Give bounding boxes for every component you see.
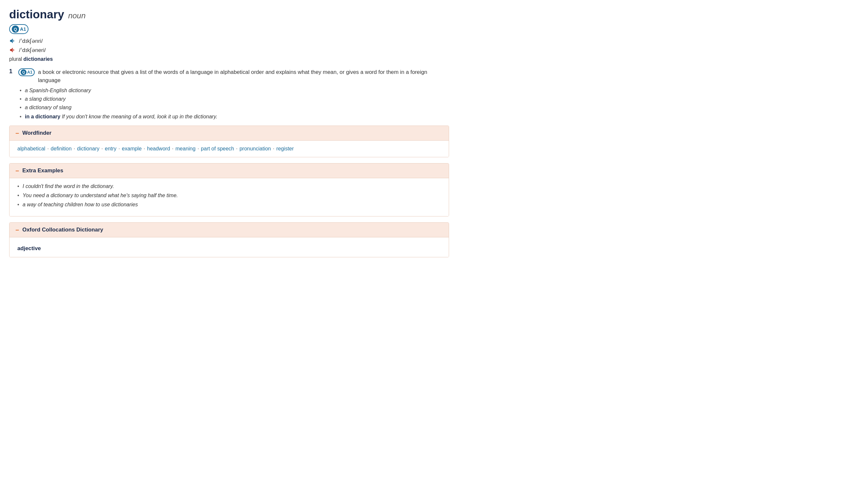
collocations-body: adjective <box>10 237 449 257</box>
pronunciation-uk-text: /ˈdɪkʃənri/ <box>19 38 43 44</box>
headword: dictionary <box>9 8 64 21</box>
word-title-block: dictionary noun <box>9 8 449 21</box>
extra-examples-collapse-icon: − <box>15 168 19 174</box>
extra-examples-title: Extra Examples <box>22 167 63 174</box>
collocations-header[interactable]: − Oxford Collocations Dictionary <box>10 223 449 237</box>
definition-item-1: 1 Q A1 a book or electronic resource tha… <box>9 68 449 84</box>
def-number-1: 1 <box>9 68 15 75</box>
phrase-sentence: If you don't know the meaning of a word,… <box>62 114 217 119</box>
plural-word: dictionaries <box>24 56 53 62</box>
example-item-3: a dictionary of slang <box>19 105 449 111</box>
wordfinder-link-2[interactable]: dictionary <box>77 146 99 152</box>
extra-example-1: I couldn't find the word in the dictiona… <box>17 183 441 189</box>
definitions-section: 1 Q A1 a book or electronic resource tha… <box>9 68 449 120</box>
wordfinder-section: − Wordfinder alphabetical · definition ·… <box>9 126 449 157</box>
phrase-example-1: in a dictionary If you don't know the me… <box>19 114 449 120</box>
collocations-section: − Oxford Collocations Dictionary adjecti… <box>9 222 449 257</box>
extra-examples-header[interactable]: − Extra Examples <box>10 164 449 178</box>
wordfinder-link-0[interactable]: alphabetical <box>17 146 45 152</box>
wordfinder-link-4[interactable]: example <box>122 146 141 152</box>
wordfinder-header[interactable]: − Wordfinder <box>10 126 449 140</box>
wordfinder-link-5[interactable]: headword <box>147 146 170 152</box>
examples-list: a Spanish-English dictionary a slang dic… <box>19 88 449 111</box>
wordfinder-link-6[interactable]: meaning <box>176 146 195 152</box>
part-of-speech: noun <box>68 11 85 20</box>
pronunciation-us-row: /ˈdɪkʃəneri/ <box>9 46 449 54</box>
oxford-q-icon: Q <box>12 26 19 33</box>
pronunciation-us-text: /ˈdɪkʃəneri/ <box>19 47 46 54</box>
def-level-label: A1 <box>27 70 32 74</box>
pronunciation-uk-row: /ˈdɪkʃənri/ <box>9 37 449 44</box>
wordfinder-title: Wordfinder <box>22 130 51 136</box>
audio-us-button[interactable] <box>9 46 16 54</box>
plural-line: plural dictionaries <box>9 56 449 62</box>
plural-label: plural <box>9 56 22 62</box>
wordfinder-link-1[interactable]: definition <box>51 146 72 152</box>
wordfinder-links: alphabetical · definition · dictionary ·… <box>17 146 441 152</box>
example-item-2: a slang dictionary <box>19 96 449 102</box>
def-level-badge[interactable]: Q A1 <box>18 68 35 76</box>
extra-example-2: You need a dictionary to understand what… <box>17 193 441 198</box>
audio-uk-button[interactable] <box>9 37 16 44</box>
wordfinder-link-8[interactable]: pronunciation <box>239 146 271 152</box>
extra-examples-section: − Extra Examples I couldn't find the wor… <box>9 163 449 216</box>
extra-examples-body: I couldn't find the word in the dictiona… <box>10 178 449 216</box>
wordfinder-link-9[interactable]: register <box>276 146 293 152</box>
extra-examples-list: I couldn't find the word in the dictiona… <box>17 183 441 208</box>
phrase-phrase: in a dictionary <box>25 114 60 119</box>
definition-text-1: a book or electronic resource that gives… <box>38 68 449 84</box>
extra-example-3: a way of teaching children how to use di… <box>17 202 441 208</box>
wordfinder-link-3[interactable]: entry <box>105 146 116 152</box>
wordfinder-body: alphabetical · definition · dictionary ·… <box>10 140 449 157</box>
wordfinder-collapse-icon: − <box>15 130 19 136</box>
example-item-1: a Spanish-English dictionary <box>19 88 449 94</box>
wordfinder-link-7[interactable]: part of speech <box>201 146 234 152</box>
collocation-pos: adjective <box>17 245 441 252</box>
collocations-collapse-icon: − <box>15 227 19 233</box>
level-label: A1 <box>20 27 26 32</box>
collocations-title: Oxford Collocations Dictionary <box>22 227 103 233</box>
level-badge[interactable]: Q A1 <box>9 24 28 34</box>
def-oxford-q-icon: Q <box>20 69 27 75</box>
